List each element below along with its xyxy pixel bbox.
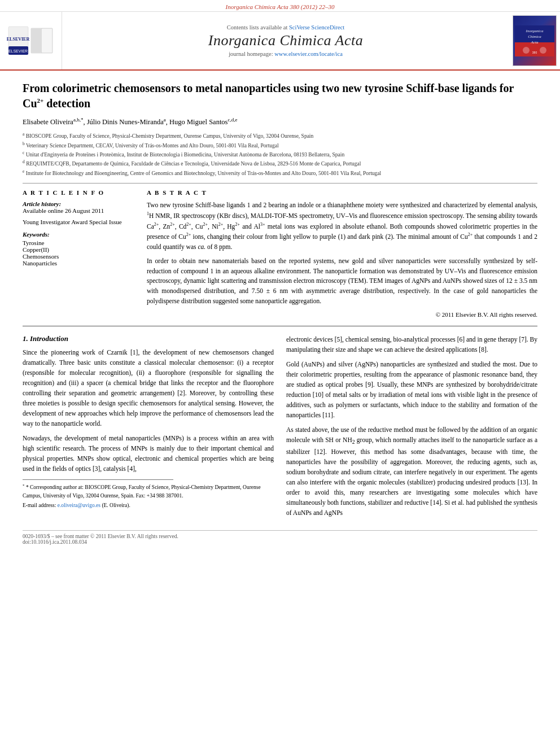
article-info-col: A R T I C L E I N F O Article history: A… xyxy=(23,189,135,318)
article-history: Article history: Available online 26 Aug… xyxy=(23,200,135,214)
svg-point-14 xyxy=(523,47,530,54)
issn-notice: 0020-1693/$ – see front matter © 2011 El… xyxy=(23,534,178,539)
author1-sup: a,b,* xyxy=(73,117,84,123)
keywords-section: Keywords: Tyrosine Copper(II) Chemosenso… xyxy=(23,231,135,267)
svg-text:ELSEVIER: ELSEVIER xyxy=(8,49,27,53)
doi-notice: doi:10.1016/j.ica.2011.08.034 xyxy=(23,539,87,545)
right-paragraph-2: Gold (AuNPs) and silver (AgNPs) nanopart… xyxy=(286,359,537,420)
affiliation-d: d REQUIMTE/CQFB, Departamento de Química… xyxy=(23,159,537,168)
svg-text:Acta: Acta xyxy=(531,40,539,45)
article-info-abstract: A R T I C L E I N F O Article history: A… xyxy=(23,189,537,318)
article-title: From colorimetric chemosensors to metal … xyxy=(23,81,537,111)
sciverse-line: Contents lists available at SciVerse Sci… xyxy=(227,24,344,30)
svg-text:ELSEVIER: ELSEVIER xyxy=(6,37,29,42)
body-content: 1. Introduction Since the pioneering wor… xyxy=(23,334,537,522)
footnotes-section: * * Corresponding author at: BIOSCOPE Gr… xyxy=(23,483,274,509)
body-right-col: electronic devices [5], chemical sensing… xyxy=(286,334,537,522)
authors-section: Elisabete Oliveiraa,b,*, Júlio Dinis Nun… xyxy=(23,117,537,126)
author3-name: , Hugo Miguel Santos xyxy=(166,118,228,126)
intro-paragraph-2: Nowadays, the development of metal nanop… xyxy=(23,433,274,474)
copyright-notice: © 2011 Elsevier B.V. All rights reserved… xyxy=(147,311,537,318)
journal-reference: Inorganica Chimica Acta 380 (2012) 22–30 xyxy=(226,3,335,10)
section-divider-1 xyxy=(23,183,537,184)
right-paragraph-1: electronic devices [5], chemical sensing… xyxy=(286,334,537,355)
abstract-paragraph-2: In order to obtain new nanomaterials bas… xyxy=(147,256,537,307)
svg-rect-7 xyxy=(32,29,41,53)
cover-graphic-icon: Inorganica Chimica Acta 380 xyxy=(515,25,554,56)
svg-text:Inorganica: Inorganica xyxy=(526,29,544,33)
email-address[interactable]: e.oliveira@uvigo.es xyxy=(58,503,100,508)
available-online: Available online 26 August 2011 xyxy=(23,207,135,214)
author2-name: , Júlio Dinis Nunes-Miranda xyxy=(83,118,163,126)
special-issue: Young Investigator Award Special Issue xyxy=(23,219,135,225)
homepage-url[interactable]: www.elsevier.com/locate/ica xyxy=(274,51,343,57)
keyword-3: Chemosensors xyxy=(23,253,135,260)
intro-heading: 1. Introduction xyxy=(23,334,274,343)
affiliations-section: a BIOSCOPE Group, Faculty of Science, Ph… xyxy=(23,131,537,177)
svg-point-15 xyxy=(540,47,546,54)
article-title-section: From colorimetric chemosensors to metal … xyxy=(23,81,537,111)
abstract-heading: A B S T R A C T xyxy=(147,189,537,196)
keyword-4: Nanoparticles xyxy=(23,260,135,267)
affiliation-e: e Institute for Biotechnology and Bioeng… xyxy=(23,168,537,177)
author3-sup: c,d,e xyxy=(228,117,238,123)
keywords-list: Tyrosine Copper(II) Chemosensors Nanopar… xyxy=(23,239,135,267)
author1-name: Elisabete Oliveira xyxy=(23,118,73,126)
intro-paragraph-1: Since the pioneering work of Czarnik [1]… xyxy=(23,347,274,429)
affiliation-b: b Veterinary Science Department, CECAV, … xyxy=(23,141,537,150)
right-paragraph-3: As stated above, the use of the reductiv… xyxy=(286,425,537,518)
section-divider-2 xyxy=(23,326,537,326)
top-bar: Inorganica Chimica Acta 380 (2012) 22–30 xyxy=(0,0,560,12)
sciverse-link[interactable]: SciVerse ScienceDirect xyxy=(289,24,344,30)
keyword-1: Tyrosine xyxy=(23,239,135,246)
header-right: Inorganica Chimica Acta 380 xyxy=(509,12,560,69)
body-left-col: 1. Introduction Since the pioneering wor… xyxy=(23,334,274,522)
abstract-paragraph-1: Two new tyrosine Schiff-base ligands 1 a… xyxy=(147,200,537,252)
elsevier-logo-icon: ELSEVIER ELSEVIER xyxy=(6,24,56,58)
header-center: Contents lists available at SciVerse Sci… xyxy=(62,12,509,69)
history-label: Article history: xyxy=(23,200,135,207)
svg-text:Chimica: Chimica xyxy=(528,34,541,39)
footnote-divider xyxy=(23,479,173,480)
journal-homepage: journal homepage: www.elsevier.com/locat… xyxy=(229,51,343,57)
affiliation-c: c Unitat d'Enginyeria de Proteïnes i Pro… xyxy=(23,150,537,159)
article-info-heading: A R T I C L E I N F O xyxy=(23,189,135,196)
svg-rect-8 xyxy=(42,29,52,53)
abstract-col: A B S T R A C T Two new tyrosine Schiff-… xyxy=(147,189,537,318)
journal-title-header: Inorganica Chimica Acta xyxy=(208,32,363,49)
corresponding-author-note: * * Corresponding author at: BIOSCOPE Gr… xyxy=(23,483,274,500)
keywords-label: Keywords: xyxy=(23,231,135,238)
bottom-info: 0020-1693/$ – see front matter © 2011 El… xyxy=(23,530,537,545)
header-left: ELSEVIER ELSEVIER xyxy=(0,12,62,69)
email-parenthetical: (E. Oliveira). xyxy=(102,503,130,508)
email-note: E-mail address: e.oliveira@uvigo.es (E. … xyxy=(23,501,274,509)
email-label: E-mail address: xyxy=(23,503,56,508)
svg-text:380: 380 xyxy=(532,51,537,54)
journal-cover-image: Inorganica Chimica Acta 380 xyxy=(513,15,557,66)
keyword-2: Copper(II) xyxy=(23,246,135,253)
affiliation-a: a BIOSCOPE Group, Faculty of Science, Ph… xyxy=(23,131,537,140)
journal-header: ELSEVIER ELSEVIER Contents lists availab… xyxy=(0,12,560,71)
main-content: From colorimetric chemosensors to metal … xyxy=(0,71,560,555)
